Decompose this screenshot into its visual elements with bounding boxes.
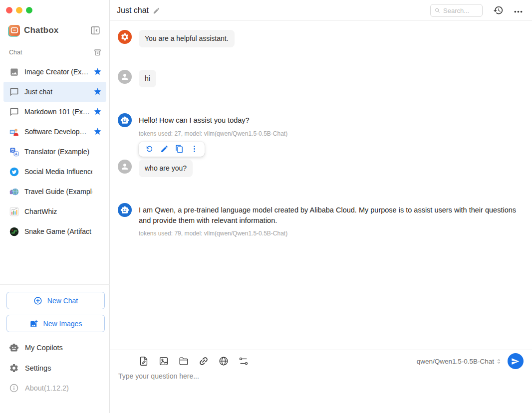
search-box[interactable] (430, 4, 483, 17)
about-label: About(1.12.2) (25, 384, 69, 392)
new-chat-label: New Chat (47, 297, 78, 305)
copy-icon[interactable] (175, 145, 184, 153)
robot-icon (118, 203, 132, 217)
message-text: I am Qwen, a pre-trained language model … (139, 203, 526, 225)
sidebar-divider (0, 284, 110, 285)
sidebar-item-chartwhiz[interactable]: ChartWhiz (3, 202, 106, 221)
regenerate-icon[interactable] (145, 145, 154, 153)
unfold-chevrons-icon (495, 358, 503, 365)
main-header: Just chat (110, 0, 532, 21)
image-attach-icon[interactable] (158, 356, 169, 367)
add-image-icon (29, 319, 38, 328)
chat-bubble-icon (9, 87, 19, 97)
svg-text:A: A (15, 152, 17, 156)
image-icon (9, 67, 19, 77)
edit-title-icon[interactable] (153, 7, 160, 14)
search-icon (435, 7, 440, 14)
star-icon[interactable] (93, 127, 102, 136)
close-window-button[interactable] (6, 7, 12, 13)
window-controls (6, 7, 32, 13)
message-assistant: I am Qwen, a pre-trained language model … (118, 203, 526, 237)
sidebar-item-label: ChartWhiz (24, 207, 57, 215)
edit-message-icon[interactable] (160, 145, 169, 153)
app-brand: Chatbox (0, 24, 110, 38)
sidebar-item-software-developer[interactable]: Software Develop… (3, 122, 106, 142)
search-input[interactable] (443, 7, 478, 14)
message-user: hi (118, 70, 156, 87)
main-panel: Just chat You are a helpful assistant. (110, 0, 532, 413)
add-circle-icon (33, 296, 42, 305)
sidebar-item-image-creator[interactable]: Image Creator (Ex… (3, 62, 106, 82)
message-text: hi (139, 70, 156, 87)
connections-icon[interactable] (238, 356, 249, 367)
model-selector[interactable]: qwen/Qwen1.5-0.5B-Chat (417, 358, 503, 365)
sidebar-item-just-chat[interactable]: Just chat (3, 82, 106, 102)
model-label: qwen/Qwen1.5-0.5B-Chat (417, 358, 494, 365)
star-icon[interactable] (93, 107, 102, 116)
message-system: You are a helpful assistant. (118, 30, 235, 47)
bar-chart-icon (9, 207, 19, 216)
message-meta: tokens used: 27, model: vllm(qwen/Qwen1.… (139, 130, 287, 137)
gear-icon (118, 30, 132, 44)
message-user: who are you? (118, 160, 193, 177)
folder-icon[interactable] (178, 356, 189, 367)
clear-chats-icon[interactable] (93, 48, 102, 57)
new-images-button[interactable]: New Images (6, 315, 105, 332)
sidebar-item-label: Software Develop… (24, 128, 87, 136)
minimize-window-button[interactable] (16, 7, 22, 13)
new-images-label: New Images (43, 320, 82, 328)
sidebar-item-label: Social Media Influencer … (24, 168, 92, 176)
sidebar-item-travel-guide[interactable]: Travel Guide (Example) (3, 182, 106, 202)
settings-item[interactable]: Settings (0, 360, 110, 376)
chat-list: Image Creator (Ex… Just chat Markdown 10… (0, 62, 110, 241)
message-assistant: Hello! How can I assist you today? token… (118, 113, 287, 157)
more-vert-icon[interactable] (190, 145, 199, 153)
sidebar-item-label: Image Creator (Ex… (24, 68, 88, 76)
settings-label: Settings (25, 364, 51, 372)
message-actions-toolbar (139, 142, 205, 157)
my-copilots-item[interactable]: My Copilots (0, 340, 110, 356)
collapse-sidebar-icon[interactable] (90, 25, 101, 36)
sidebar-item-snake-game[interactable]: Snake Game (Artifact E… (3, 221, 106, 241)
chat-bubble-icon (9, 107, 19, 117)
message-text: Hello! How can I assist you today? (139, 113, 287, 126)
more-options-icon[interactable] (513, 6, 524, 17)
sidebar-item-label: Travel Guide (Example) (24, 188, 92, 196)
link-icon[interactable] (198, 356, 209, 367)
about-item[interactable]: About(1.12.2) (0, 380, 110, 396)
history-icon[interactable] (493, 5, 504, 15)
send-icon (511, 357, 520, 366)
message-list: You are a helpful assistant. hi Hello! H… (110, 21, 532, 350)
message-meta: tokens used: 79, model: vllm(qwen/Qwen1.… (139, 230, 526, 237)
chatbox-model-icon[interactable] (118, 356, 129, 367)
sidebar-item-label: Snake Game (Artifact E… (24, 227, 92, 235)
composer-toolbar: qwen/Qwen1.5-0.5B-Chat (118, 355, 524, 368)
sidebar-item-social-media-influencer[interactable]: Social Media Influencer … (3, 162, 106, 182)
page-title: Just chat (117, 6, 149, 15)
chatbox-logo-icon (9, 25, 20, 36)
person-icon (118, 160, 132, 174)
globe-icon[interactable] (218, 356, 229, 367)
sidebar-item-label: Translator (Example) (24, 148, 89, 156)
message-text: who are you? (139, 160, 193, 177)
message-input[interactable] (118, 372, 524, 408)
star-icon[interactable] (93, 87, 102, 96)
info-icon (9, 383, 19, 393)
zoom-window-button[interactable] (26, 7, 32, 13)
robot-icon (118, 113, 132, 127)
star-icon[interactable] (93, 67, 102, 76)
message-text: You are a helpful assistant. (139, 30, 235, 47)
file-edit-icon[interactable] (138, 356, 149, 367)
chat-section-header: Chat (0, 48, 110, 57)
chat-section-label: Chat (9, 49, 22, 56)
send-button[interactable] (508, 353, 524, 369)
new-chat-button[interactable]: New Chat (6, 292, 105, 309)
travel-globe-icon (9, 187, 19, 197)
developer-avatar-icon (9, 127, 19, 137)
sidebar-item-label: Markdown 101 (Ex… (24, 108, 90, 116)
sidebar-item-translator[interactable]: A Translator (Example) (3, 142, 106, 162)
app-title: Chatbox (24, 25, 58, 35)
sidebar-item-markdown-101[interactable]: Markdown 101 (Ex… (3, 102, 106, 122)
twitter-bird-icon (9, 167, 19, 177)
robot-icon (9, 343, 19, 353)
